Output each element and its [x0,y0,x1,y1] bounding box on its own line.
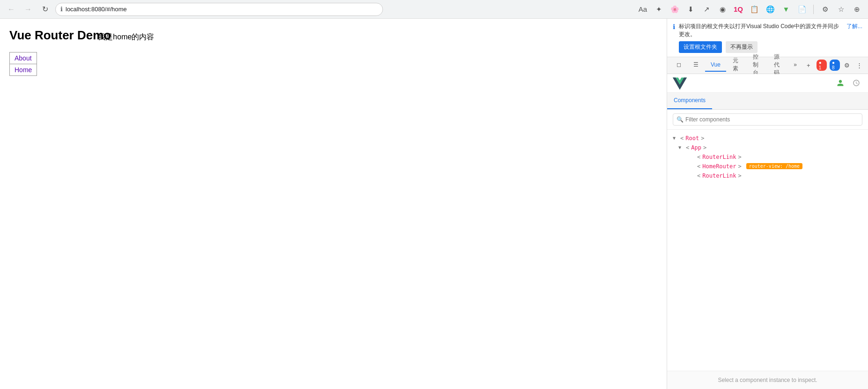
warn-badge: ● 8 [830,60,840,71]
devtools-more-button[interactable]: ⋮ [854,59,864,71]
filter-input[interactable] [673,113,862,126]
address-bar: ℹ localhost:8080/#/home [55,3,383,16]
notif-close-link[interactable]: 了解... [846,22,862,30]
tree-component-root: Root [685,135,699,142]
devtools-toolbar-right: + ● 1 ● 8 ⚙ ⋮ [803,59,864,71]
bracket-close-root: > [701,135,704,142]
browser-window: ← → ↻ ℹ localhost:8080/#/home Aa ✦ 🌸 ⬇ ↗… [0,0,868,389]
tree-item-homerouter[interactable]: < HomeRouter > router-view: /home [667,162,868,171]
devtools-tab-elements[interactable]: 元素 [727,54,744,76]
extension4-button[interactable]: 🌐 [764,3,777,16]
tree-arrow-root: ▼ [673,135,678,141]
settings-button[interactable]: ⚙ [818,3,831,16]
vue-devtools-actions [834,77,862,89]
notif-content: 标识项目的根文件夹以打开Visual Studio Code中的源文件并同步更改… [679,22,841,53]
home-content: 我是home的内容 [98,32,154,42]
devtools-tab-vue[interactable]: Vue [705,59,726,72]
tree-component-rl1: RouterLink [702,154,736,160]
sidebar-button[interactable]: ⊕ [850,3,863,16]
set-root-folder-button[interactable]: 设置根文件夹 [679,41,722,53]
extension5-button[interactable]: ▼ [780,3,793,16]
component-tree: ▼ < Root > ▼ < App > < RouterLink [667,130,868,371]
tree-component-rl2: RouterLink [702,172,736,179]
forward-button[interactable]: → [22,3,35,16]
main-area: Vue Router Demo About Home 我是home的内容 ℹ 标… [0,19,868,389]
bracket-open-app: < [686,144,689,151]
tree-component-hr: HomeRouter [702,163,736,170]
devtools-tab-pointer[interactable]: ☰ [688,59,704,72]
notif-text: 标识项目的根文件夹以打开Visual Studio Code中的源文件并同步更改… [679,22,841,38]
favorites-button[interactable]: 🌸 [668,3,681,16]
bottom-status-text: Select a component instance to inspect. [718,377,817,383]
devtools-panel: ℹ 标识项目的根文件夹以打开Visual Studio Code中的源文件并同步… [667,19,868,389]
devtools-main-toolbar: ◻ ☰ Vue 元素 控制台 源代码 » + ● 1 ● 8 ⚙ ⋮ [667,57,868,74]
vue-inspect-button[interactable] [834,77,846,89]
bracket-open-rl1: < [697,154,700,160]
vue-devtools-toolbar [667,74,868,93]
read-mode-button[interactable]: Aa [636,3,649,16]
browser-toolbar: ← → ↻ ℹ localhost:8080/#/home Aa ✦ 🌸 ⬇ ↗… [0,0,868,19]
bracket-open-root: < [680,135,684,142]
extension2-button[interactable]: 1Q [732,3,745,16]
extension6-button[interactable]: 📄 [795,3,809,16]
bracket-close-rl2: > [738,172,741,179]
toolbar-separator [813,5,814,14]
bracket-close-app: > [703,144,706,151]
vue-logo [673,76,687,90]
bracket-close-hr: > [738,163,741,170]
extension3-button[interactable]: 📋 [748,3,761,16]
vue-tab-components[interactable]: Components [667,93,712,109]
tree-component-app: App [691,144,701,151]
tree-arrow-rl1 [690,154,695,159]
error-badge: ● 1 [817,60,827,71]
tree-arrow-rl2 [690,173,695,178]
vue-history-button[interactable] [850,77,862,89]
tree-arrow-app: ▼ [678,145,684,150]
copilot-button[interactable]: ✦ [652,3,665,16]
vue-sub-tabs: Components [667,93,868,110]
refresh-button[interactable]: ↻ [38,3,51,16]
devtools-settings-button[interactable]: ⚙ [842,59,852,71]
nav-links: About Home [9,52,37,76]
browser-toolbar-icons: Aa ✦ 🌸 ⬇ ↗ ◉ 1Q 📋 🌐 ▼ 📄 ⚙ ☆ ⊕ [636,3,863,16]
nav-link-about[interactable]: About [10,52,37,64]
page-content: Vue Router Demo About Home 我是home的内容 [0,19,667,389]
tree-item-app[interactable]: ▼ < App > [667,143,868,152]
bracket-open-rl2: < [697,172,700,179]
collections-button[interactable]: ↗ [700,3,713,16]
router-view-badge: router-view: /home [746,163,802,169]
tree-arrow-hr [690,164,695,169]
url-text: localhost:8080/#/home [66,6,378,13]
extension1-button[interactable]: ◉ [716,3,729,16]
tree-item-routerlink2[interactable]: < RouterLink > [667,171,868,180]
tree-item-routerlink1[interactable]: < RouterLink > [667,152,868,162]
devtools-add-button[interactable]: + [803,59,814,71]
filter-search-icon: 🔍 [677,116,684,123]
favorites-star-button[interactable]: ☆ [834,3,847,16]
filter-bar: 🔍 [667,110,868,130]
bracket-close-rl1: > [738,154,741,160]
devtools-tab-more[interactable]: » [788,59,802,72]
download-button[interactable]: ⬇ [684,3,697,16]
devtools-bottom-status: Select a component instance to inspect. [667,371,868,389]
back-button[interactable]: ← [5,3,18,16]
tree-item-root[interactable]: ▼ < Root > [667,134,868,143]
nav-link-home[interactable]: Home [10,64,37,75]
devtools-tab-devices[interactable]: ◻ [671,59,687,72]
info-icon: ℹ [60,6,63,13]
bracket-open-hr: < [697,163,700,170]
notif-info-icon: ℹ [673,23,675,30]
filter-wrapper: 🔍 [673,113,862,126]
